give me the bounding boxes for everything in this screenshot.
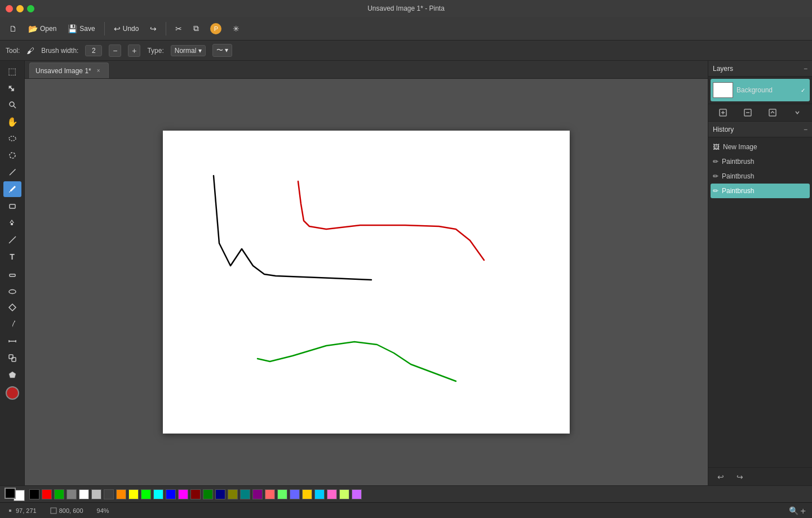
- canvas-wrapper: [163, 131, 570, 434]
- undo-icon: ↩: [114, 24, 121, 33]
- close-button[interactable]: [6, 5, 13, 12]
- new-button[interactable]: 🗋: [5, 22, 21, 35]
- palette-color-11[interactable]: [166, 489, 176, 499]
- text-tool[interactable]: T: [3, 249, 21, 265]
- select-lasso-tool[interactable]: [3, 131, 21, 146]
- svg-point-0: [10, 102, 14, 106]
- palette-color-5[interactable]: [91, 489, 101, 499]
- zoom-in-button[interactable]: +: [800, 505, 806, 516]
- svg-rect-22: [9, 510, 11, 512]
- zoom-controls: 🔍 +: [789, 506, 805, 515]
- zoom-out-button[interactable]: 🔍: [789, 506, 798, 515]
- eraser-tool[interactable]: [3, 198, 21, 214]
- foreground-color-swatch[interactable]: [6, 386, 19, 400]
- history-item-1[interactable]: ✏Paintbrush: [711, 154, 810, 169]
- layer-move-up-button[interactable]: [765, 106, 780, 119]
- palette-color-17[interactable]: [240, 489, 250, 499]
- palette-color-15[interactable]: [215, 489, 225, 499]
- palette-color-8[interactable]: [128, 489, 139, 499]
- palette-color-2[interactable]: [54, 489, 64, 499]
- save-button[interactable]: 💾 Save: [63, 22, 99, 35]
- foreground-color-indicator[interactable]: [5, 488, 16, 499]
- pencil-tool[interactable]: [3, 164, 21, 180]
- palette-color-25[interactable]: [339, 489, 349, 499]
- path-tool[interactable]: [3, 316, 21, 332]
- layer-delete-button[interactable]: [740, 106, 756, 119]
- open-button[interactable]: 📂 Open: [24, 22, 61, 35]
- tab-bar: Unsaved Image 1* ×: [25, 61, 708, 79]
- select-move-tool[interactable]: [3, 80, 21, 96]
- history-item-2[interactable]: ✏Paintbrush: [711, 169, 810, 184]
- open-label: Open: [40, 25, 56, 33]
- palette-color-4[interactable]: [79, 489, 89, 499]
- recolor-tool[interactable]: [3, 367, 21, 383]
- plugin-button[interactable]: ✳: [228, 22, 244, 35]
- select-rectangle-tool[interactable]: ⬚: [3, 63, 21, 79]
- ellipse-tool[interactable]: [3, 283, 21, 298]
- palette-color-12[interactable]: [178, 489, 188, 499]
- history-panel: History − 🖼New Image✏Paintbrush✏Paintbru…: [708, 122, 812, 485]
- layer-add-button[interactable]: [715, 106, 731, 119]
- layer-visibility-check[interactable]: ✓: [798, 86, 807, 95]
- layers-dropdown-button[interactable]: [789, 106, 805, 119]
- undo-button[interactable]: ↩ Undo: [109, 22, 144, 35]
- palette-color-23[interactable]: [314, 489, 325, 499]
- freeform-tool[interactable]: [3, 300, 21, 315]
- type-select[interactable]: Normal ▾: [171, 45, 206, 56]
- brush-width-increase-button[interactable]: +: [128, 44, 140, 57]
- layer-thumbnail: [713, 82, 733, 98]
- curve-select[interactable]: 〜 ▾: [212, 44, 232, 57]
- layers-collapse-button[interactable]: −: [804, 65, 807, 73]
- copy-button[interactable]: ⧉: [189, 21, 203, 35]
- open-icon: 📂: [28, 24, 38, 33]
- paste-button[interactable]: P: [206, 21, 226, 37]
- paintbrush-tool[interactable]: [3, 181, 21, 197]
- history-undo-button[interactable]: ↩: [713, 470, 729, 484]
- history-redo-button[interactable]: ↪: [732, 470, 748, 484]
- paint-bucket-tool[interactable]: [3, 215, 21, 231]
- svg-line-1: [14, 106, 16, 108]
- palette-color-22[interactable]: [302, 489, 312, 499]
- svg-point-3: [10, 153, 15, 158]
- select-magic-tool[interactable]: [3, 148, 21, 163]
- palette-color-21[interactable]: [290, 489, 300, 499]
- zoom-value: 94%: [97, 507, 109, 514]
- brush-width-decrease-button[interactable]: −: [109, 44, 121, 57]
- maximize-button[interactable]: [27, 5, 34, 12]
- palette-color-19[interactable]: [265, 489, 275, 499]
- palette-color-0[interactable]: [29, 489, 39, 499]
- palette-color-6[interactable]: [104, 489, 114, 499]
- palette-color-16[interactable]: [228, 489, 238, 499]
- palette-color-14[interactable]: [203, 489, 213, 499]
- svg-line-6: [9, 236, 16, 243]
- palette-color-20[interactable]: [277, 489, 287, 499]
- zoom-tool[interactable]: [3, 97, 21, 113]
- minimize-button[interactable]: [16, 5, 24, 12]
- palette-color-7[interactable]: [116, 489, 126, 499]
- palette-color-26[interactable]: [352, 489, 362, 499]
- palette-color-10[interactable]: [153, 489, 163, 499]
- tab-close-button[interactable]: ×: [95, 67, 103, 75]
- palette-color-18[interactable]: [252, 489, 263, 499]
- canvas-tab[interactable]: Unsaved Image 1* ×: [29, 62, 109, 78]
- canvas-viewport[interactable]: [25, 79, 708, 485]
- history-collapse-button[interactable]: −: [804, 126, 807, 133]
- pan-tool[interactable]: ✋: [3, 114, 21, 130]
- history-item-3[interactable]: ✏Paintbrush: [711, 184, 810, 198]
- palette-color-1[interactable]: [42, 489, 52, 499]
- new-icon: 🗋: [9, 24, 17, 33]
- redo-button[interactable]: ↪: [145, 22, 161, 35]
- palette-color-9[interactable]: [141, 489, 151, 499]
- line-tool[interactable]: [3, 232, 21, 248]
- measure-tool[interactable]: [3, 333, 21, 349]
- layer-item-background[interactable]: Background ✓: [711, 79, 810, 101]
- palette-color-3[interactable]: [66, 489, 77, 499]
- history-item-label-3: Paintbrush: [722, 187, 754, 195]
- cut-button[interactable]: ✂: [171, 22, 187, 35]
- drawing-canvas[interactable]: [163, 131, 570, 434]
- shapes-tool[interactable]: [3, 266, 21, 282]
- clone-tool[interactable]: [3, 350, 21, 366]
- history-item-0[interactable]: 🖼New Image: [711, 140, 810, 154]
- palette-color-24[interactable]: [327, 489, 337, 499]
- palette-color-13[interactable]: [190, 489, 201, 499]
